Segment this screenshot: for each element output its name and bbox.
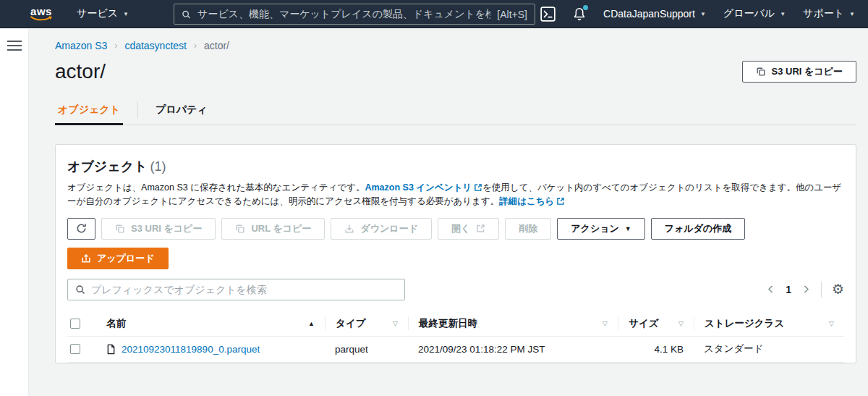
page-title: actor/ xyxy=(55,60,106,83)
breadcrumb: Amazon S3 › cdatasynctest › actor/ xyxy=(55,40,856,51)
object-actions-toolbar: S3 URI をコピー URL をコピー ダウンロード 開く xyxy=(67,218,844,240)
main-content: Amazon S3 › cdatasynctest › actor/ actor… xyxy=(29,28,868,363)
tab-properties[interactable]: プロパティ xyxy=(153,99,210,125)
download-button[interactable]: ダウンロード xyxy=(331,218,432,240)
copy-s3-uri-header-label: S3 URI をコピー xyxy=(772,65,843,78)
global-search-placeholder: サービス、機能、マーケットプレイスの製品、ドキュメントを検索し xyxy=(197,8,490,21)
nav-support-menu[interactable]: サポート ▼ xyxy=(803,7,855,20)
chevron-down-icon: ▼ xyxy=(849,11,855,17)
preferences-gear-icon[interactable]: ⚙ xyxy=(832,282,844,296)
aws-logo[interactable]: aws xyxy=(30,7,52,21)
tab-objects[interactable]: オブジェクト xyxy=(55,99,123,125)
search-icon xyxy=(182,9,191,20)
chevron-down-icon: ▼ xyxy=(625,225,631,232)
search-icon xyxy=(75,285,85,295)
nav-region-menu[interactable]: グローバル ▼ xyxy=(723,7,786,20)
objects-table: 名前 ▲ タイプ ▽ 最終更新日時 ▽ サイズ ▽ ストレージクラス ▽ xyxy=(67,312,844,363)
external-link-icon xyxy=(474,183,482,192)
select-all-checkbox[interactable] xyxy=(70,319,80,329)
tab-divider xyxy=(137,101,138,119)
column-header-size[interactable]: サイズ ▽ xyxy=(618,317,694,330)
external-link-icon xyxy=(476,224,485,233)
chevron-down-icon: ▼ xyxy=(780,11,786,17)
prefix-search-input[interactable] xyxy=(91,284,397,295)
file-icon xyxy=(106,344,116,355)
column-header-name-label: 名前 xyxy=(106,317,126,330)
nav-account-menu[interactable]: CDataJapanSupport ▼ xyxy=(603,8,706,20)
actions-dropdown-button[interactable]: アクション ▼ xyxy=(557,218,644,240)
nav-services-label: サービス xyxy=(77,7,118,20)
object-storage-class: スタンダード xyxy=(704,342,764,355)
previous-page-icon[interactable] xyxy=(766,285,775,294)
sort-ascending-icon: ▲ xyxy=(308,320,315,327)
copy-url-label: URL をコピー xyxy=(251,222,311,235)
breadcrumb-bucket[interactable]: cdatasynctest xyxy=(124,40,187,51)
breadcrumb-amazon-s3[interactable]: Amazon S3 xyxy=(55,40,107,51)
tab-bar: オブジェクト プロパティ xyxy=(55,99,856,125)
breadcrumb-separator: › xyxy=(194,41,197,51)
actions-label: アクション xyxy=(571,222,619,235)
delete-button[interactable]: 削除 xyxy=(505,218,551,240)
column-header-type[interactable]: タイプ ▽ xyxy=(325,317,408,330)
column-header-storage-class[interactable]: ストレージクラス ▽ xyxy=(694,317,844,330)
open-label: 開く xyxy=(451,222,470,235)
objects-panel: オブジェクト (1) オブジェクトは、Amazon S3 に保存された基本的なエ… xyxy=(55,144,856,363)
download-label: ダウンロード xyxy=(360,222,418,235)
copy-s3-uri-button[interactable]: S3 URI をコピー xyxy=(101,218,216,240)
chevron-down-icon: ▼ xyxy=(700,11,706,17)
chevron-down-icon: ▼ xyxy=(123,11,129,17)
column-header-storage-label: ストレージクラス xyxy=(705,317,784,330)
cloudshell-icon[interactable] xyxy=(540,7,556,22)
object-name-link[interactable]: 20210923011819890_0.parquet xyxy=(122,344,260,355)
upload-button[interactable]: アップロード xyxy=(67,248,169,269)
hamburger-menu-icon[interactable] xyxy=(7,41,22,51)
create-folder-label: フォルダの作成 xyxy=(665,222,732,235)
prefix-search-box xyxy=(67,279,405,300)
download-icon xyxy=(344,224,354,234)
breadcrumb-separator: › xyxy=(114,41,117,51)
current-page-number[interactable]: 1 xyxy=(786,284,791,295)
delete-label: 削除 xyxy=(519,222,537,235)
external-link-icon xyxy=(556,197,565,206)
notifications-bell[interactable] xyxy=(573,7,586,21)
row-checkbox[interactable] xyxy=(70,344,80,354)
copy-url-button[interactable]: URL をコピー xyxy=(221,218,325,240)
notification-dot xyxy=(583,5,588,10)
column-header-type-label: タイプ xyxy=(336,317,365,330)
object-type: parquet xyxy=(335,344,368,355)
copy-icon xyxy=(115,224,125,234)
sort-icon: ▽ xyxy=(603,320,608,327)
panel-title: オブジェクト xyxy=(67,159,148,174)
top-navigation: aws サービス ▼ サービス、機能、マーケットプレイスの製品、ドキュメントを検… xyxy=(0,0,868,28)
column-header-name[interactable]: 名前 ▲ xyxy=(96,317,325,330)
panel-object-count: (1) xyxy=(150,159,166,174)
refresh-button[interactable] xyxy=(67,218,95,240)
nav-services-menu[interactable]: サービス ▼ xyxy=(77,7,129,20)
top-nav-right: CDataJapanSupport ▼ グローバル ▼ サポート ▼ xyxy=(540,7,855,22)
column-header-size-label: サイズ xyxy=(629,317,658,330)
column-header-modified-label: 最終更新日時 xyxy=(419,317,477,330)
open-button[interactable]: 開く xyxy=(438,218,499,240)
s3-inventory-link[interactable]: Amazon S3 インベントリ xyxy=(365,182,472,193)
next-page-icon[interactable] xyxy=(801,285,811,294)
column-header-modified[interactable]: 最終更新日時 ▽ xyxy=(408,317,618,330)
nav-support-label: サポート xyxy=(803,7,844,20)
refresh-icon xyxy=(76,223,87,234)
upload-icon xyxy=(81,253,91,264)
learn-more-link[interactable]: 詳細はこちら xyxy=(499,196,554,206)
global-search-input[interactable]: サービス、機能、マーケットプレイスの製品、ドキュメントを検索し [Alt+S] xyxy=(174,4,535,25)
sort-icon: ▽ xyxy=(829,320,834,327)
description-text: オブジェクトは、Amazon S3 に保存された基本的なエンティティです。 xyxy=(67,182,365,193)
copy-s3-uri-header-button[interactable]: S3 URI をコピー xyxy=(742,61,856,83)
breadcrumb-current-prefix: actor/ xyxy=(204,40,229,51)
global-search-shortcut: [Alt+S] xyxy=(497,9,527,20)
sort-icon: ▽ xyxy=(678,320,684,327)
nav-account-label: CDataJapanSupport xyxy=(603,8,695,20)
create-folder-button[interactable]: フォルダの作成 xyxy=(651,218,746,240)
pagination: 1 ⚙ xyxy=(766,282,844,298)
copy-icon xyxy=(756,67,766,77)
copy-icon xyxy=(235,224,245,234)
sort-icon: ▽ xyxy=(393,320,398,327)
aws-smile-icon xyxy=(30,16,52,21)
object-last-modified: 2021/09/23 01:18:22 PM JST xyxy=(418,344,545,355)
